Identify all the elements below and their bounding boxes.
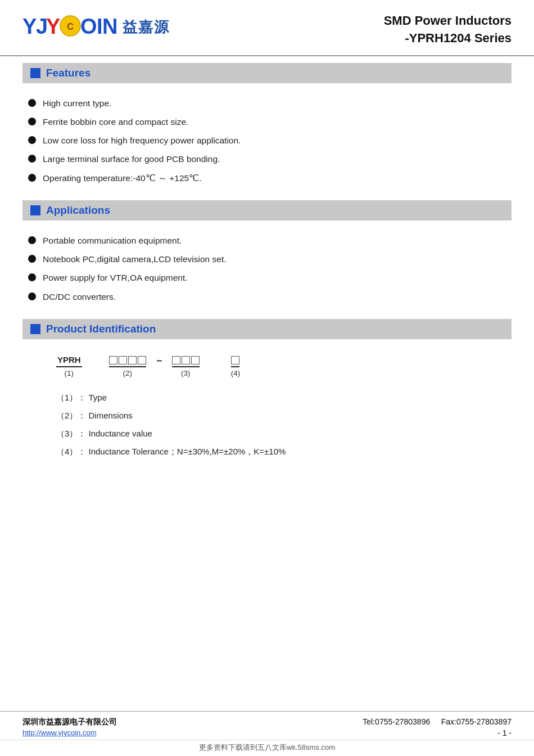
product-id-diagram: YPRH (1) (2) － — [22, 344, 512, 377]
product-id-descriptions: （1）： Type （2）： Dimensions （3）： Inductanc… — [22, 377, 512, 470]
feature-item-1: High current type. — [43, 97, 111, 110]
footer-fax: Fax:0755-27803897 — [441, 717, 512, 726]
header-title: SMD Power Inductors -YPRH1204 Series — [384, 12, 512, 47]
pid-label-3: (3) — [181, 369, 191, 377]
app-item-2: Notebook PC,digital camera,LCD televisio… — [43, 253, 227, 266]
pid-box — [231, 356, 239, 364]
features-list: High current type. Ferrite bobbin core a… — [22, 88, 512, 194]
logo-cn-text: 益嘉源 — [123, 17, 170, 37]
pid-boxes-3 — [172, 356, 200, 367]
product-id-title: Product Identification — [46, 323, 156, 335]
product-id-section: Product Identification YPRH (1) — [22, 319, 512, 470]
main-content: Features High current type. Ferrite bobb… — [0, 56, 534, 593]
pid-desc-4: （4）： Inductance Tolerance；N=±30%,M=±20%，… — [56, 447, 483, 457]
list-item: Notebook PC,digital camera,LCD televisio… — [28, 253, 512, 266]
pid-boxes-4 — [231, 356, 239, 367]
watermark-text: 更多资料下载请到五八文库wk.58sms.com — [199, 743, 335, 752]
watermark-bar: 更多资料下载请到五八文库wk.58sms.com — [0, 740, 534, 756]
feature-item-2: Ferrite bobbin core and compact size. — [43, 115, 188, 128]
header-title-line1: SMD Power Inductors — [384, 12, 512, 30]
pid-boxes-2 — [109, 356, 146, 367]
pid-yprh: YPRH — [56, 355, 82, 367]
svg-text:O: O — [80, 15, 97, 38]
applications-section: Applications Portable communication equi… — [22, 200, 512, 312]
pid-dash: － — [154, 354, 164, 367]
footer: 深圳市益嘉源电子有限公司 http://www.yjycoin.com Tel:… — [0, 711, 534, 740]
pid-label-1: (1) — [65, 369, 74, 377]
bullet-dot — [28, 236, 36, 244]
pid-box — [109, 356, 117, 364]
product-id-icon — [30, 324, 40, 334]
applications-icon — [30, 205, 40, 215]
footer-page: - 1 - — [363, 728, 512, 737]
list-item: Large terminal surface for good PCB bond… — [28, 152, 512, 165]
bullet-dot — [28, 292, 36, 300]
list-item: Ferrite bobbin core and compact size. — [28, 115, 512, 128]
bullet-dot — [28, 99, 36, 107]
svg-text:N: N — [102, 15, 117, 38]
feature-item-4: Large terminal surface for good PCB bond… — [43, 152, 220, 165]
feature-item-3: Low core loss for high frequency power a… — [43, 134, 241, 147]
bullet-dot — [28, 273, 36, 281]
list-item: Operating temperature:-40℃ ～ +125℃. — [28, 172, 512, 184]
list-item: Power supply for VTR,OA equipment. — [28, 271, 512, 284]
features-header: Features — [22, 63, 512, 83]
footer-right: Tel:0755-27803896 Fax:0755-27803897 - 1 … — [363, 717, 512, 737]
logo-svg: Y J Y C O I N — [22, 12, 118, 42]
app-item-3: Power supply for VTR,OA equipment. — [43, 271, 188, 284]
logo-area: Y J Y C O I N 益嘉源 — [22, 12, 170, 42]
footer-company: 深圳市益嘉源电子有限公司 — [22, 717, 117, 727]
pid-desc-1: （1）： Type — [56, 393, 483, 403]
applications-header: Applications — [22, 200, 512, 220]
bullet-dot — [28, 155, 36, 163]
pid-label-4: (4) — [231, 369, 241, 377]
features-icon — [30, 68, 40, 78]
pid-desc-2: （2）： Dimensions — [56, 411, 483, 421]
pid-box — [191, 356, 200, 364]
app-item-1: Portable communication equipment. — [43, 234, 182, 247]
list-item: High current type. — [28, 97, 512, 110]
pid-box — [128, 356, 137, 364]
page-wrapper: Y J Y C O I N 益嘉源 SMD Power Inductors -Y… — [0, 0, 534, 756]
header: Y J Y C O I N 益嘉源 SMD Power Inductors -Y… — [0, 0, 534, 56]
pid-col-4: (4) — [231, 356, 241, 377]
list-item: DC/DC converters. — [28, 290, 512, 303]
pid-label-2: (2) — [123, 369, 132, 377]
pid-box — [119, 356, 127, 364]
pid-col-2: (2) — [109, 356, 146, 377]
pid-desc-3: （3）： Inductance value — [56, 429, 483, 439]
svg-text:I: I — [97, 15, 103, 38]
pid-box — [182, 356, 190, 364]
product-id-header: Product Identification — [22, 319, 512, 339]
footer-contact: Tel:0755-27803896 Fax:0755-27803897 — [363, 717, 512, 726]
svg-text:Y: Y — [46, 15, 60, 38]
app-item-4: DC/DC converters. — [43, 290, 116, 303]
pid-box — [172, 356, 180, 364]
bullet-dot — [28, 118, 36, 125]
bullet-dot — [28, 174, 36, 182]
pid-col-1: YPRH (1) — [56, 355, 82, 377]
bullet-dot — [28, 136, 36, 144]
footer-left: 深圳市益嘉源电子有限公司 http://www.yjycoin.com — [22, 717, 117, 737]
header-title-line2: -YPRH1204 Series — [384, 30, 512, 47]
svg-text:Y: Y — [22, 15, 37, 38]
footer-url[interactable]: http://www.yjycoin.com — [22, 728, 117, 737]
svg-text:C: C — [67, 22, 74, 32]
features-section: Features High current type. Ferrite bobb… — [22, 63, 512, 194]
applications-list: Portable communication equipment. Notebo… — [22, 225, 512, 312]
list-item: Low core loss for high frequency power a… — [28, 134, 512, 147]
bullet-dot — [28, 255, 36, 263]
pid-col-3: (3) — [172, 356, 200, 377]
pid-box — [138, 356, 146, 364]
features-title: Features — [46, 67, 90, 79]
footer-tel: Tel:0755-27803896 — [363, 717, 430, 726]
applications-title: Applications — [46, 204, 110, 217]
list-item: Portable communication equipment. — [28, 234, 512, 247]
feature-item-5: Operating temperature:-40℃ ～ +125℃. — [43, 172, 202, 184]
